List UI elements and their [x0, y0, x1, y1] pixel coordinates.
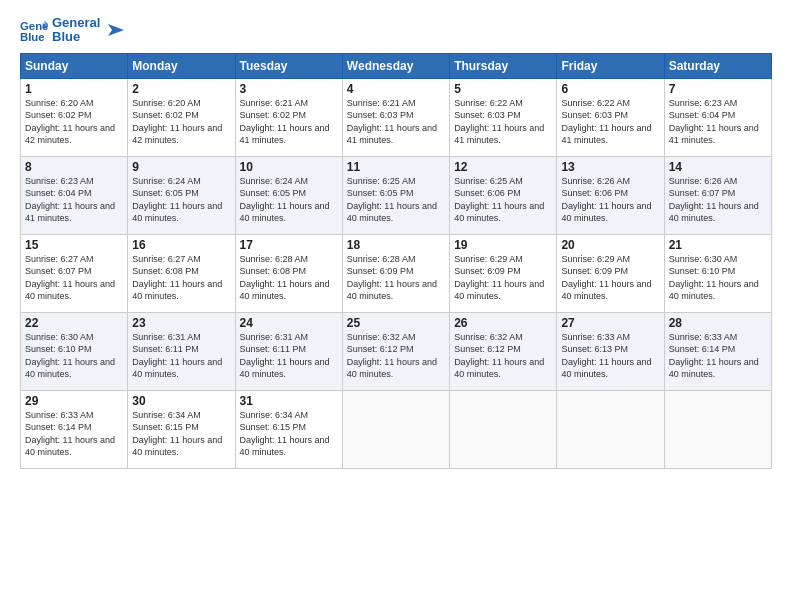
logo: General Blue General Blue: [20, 16, 124, 45]
day-number: 2: [132, 82, 230, 96]
day-number: 7: [669, 82, 767, 96]
calendar-cell: 14 Sunrise: 6:26 AMSunset: 6:07 PMDaylig…: [664, 156, 771, 234]
calendar-cell: 29 Sunrise: 6:33 AMSunset: 6:14 PMDaylig…: [21, 390, 128, 468]
day-info: Sunrise: 6:29 AMSunset: 6:09 PMDaylight:…: [561, 254, 651, 302]
day-info: Sunrise: 6:26 AMSunset: 6:06 PMDaylight:…: [561, 176, 651, 224]
day-info: Sunrise: 6:30 AMSunset: 6:10 PMDaylight:…: [25, 332, 115, 380]
weekday-header: Monday: [128, 53, 235, 78]
day-number: 20: [561, 238, 659, 252]
calendar-week-row: 1 Sunrise: 6:20 AMSunset: 6:02 PMDayligh…: [21, 78, 772, 156]
weekday-header: Wednesday: [342, 53, 449, 78]
calendar-cell: 8 Sunrise: 6:23 AMSunset: 6:04 PMDayligh…: [21, 156, 128, 234]
calendar-cell: [664, 390, 771, 468]
calendar-week-row: 22 Sunrise: 6:30 AMSunset: 6:10 PMDaylig…: [21, 312, 772, 390]
header: General Blue General Blue: [20, 16, 772, 45]
day-number: 12: [454, 160, 552, 174]
calendar-cell: [557, 390, 664, 468]
day-number: 10: [240, 160, 338, 174]
calendar-cell: 20 Sunrise: 6:29 AMSunset: 6:09 PMDaylig…: [557, 234, 664, 312]
calendar-cell: 15 Sunrise: 6:27 AMSunset: 6:07 PMDaylig…: [21, 234, 128, 312]
day-number: 13: [561, 160, 659, 174]
day-info: Sunrise: 6:29 AMSunset: 6:09 PMDaylight:…: [454, 254, 544, 302]
day-number: 31: [240, 394, 338, 408]
calendar-table: SundayMondayTuesdayWednesdayThursdayFrid…: [20, 53, 772, 469]
day-number: 15: [25, 238, 123, 252]
day-info: Sunrise: 6:24 AMSunset: 6:05 PMDaylight:…: [240, 176, 330, 224]
calendar-cell: 31 Sunrise: 6:34 AMSunset: 6:15 PMDaylig…: [235, 390, 342, 468]
day-info: Sunrise: 6:23 AMSunset: 6:04 PMDaylight:…: [25, 176, 115, 224]
day-number: 16: [132, 238, 230, 252]
day-info: Sunrise: 6:22 AMSunset: 6:03 PMDaylight:…: [454, 98, 544, 146]
day-number: 19: [454, 238, 552, 252]
calendar-cell: 22 Sunrise: 6:30 AMSunset: 6:10 PMDaylig…: [21, 312, 128, 390]
calendar-cell: 26 Sunrise: 6:32 AMSunset: 6:12 PMDaylig…: [450, 312, 557, 390]
day-number: 30: [132, 394, 230, 408]
day-info: Sunrise: 6:27 AMSunset: 6:08 PMDaylight:…: [132, 254, 222, 302]
calendar-week-row: 29 Sunrise: 6:33 AMSunset: 6:14 PMDaylig…: [21, 390, 772, 468]
calendar-cell: 1 Sunrise: 6:20 AMSunset: 6:02 PMDayligh…: [21, 78, 128, 156]
calendar-cell: 17 Sunrise: 6:28 AMSunset: 6:08 PMDaylig…: [235, 234, 342, 312]
calendar-cell: 6 Sunrise: 6:22 AMSunset: 6:03 PMDayligh…: [557, 78, 664, 156]
day-info: Sunrise: 6:24 AMSunset: 6:05 PMDaylight:…: [132, 176, 222, 224]
calendar-cell: 18 Sunrise: 6:28 AMSunset: 6:09 PMDaylig…: [342, 234, 449, 312]
logo-arrow-icon: [104, 20, 124, 40]
day-info: Sunrise: 6:20 AMSunset: 6:02 PMDaylight:…: [25, 98, 115, 146]
calendar-cell: 21 Sunrise: 6:30 AMSunset: 6:10 PMDaylig…: [664, 234, 771, 312]
day-number: 3: [240, 82, 338, 96]
calendar-week-row: 15 Sunrise: 6:27 AMSunset: 6:07 PMDaylig…: [21, 234, 772, 312]
day-info: Sunrise: 6:25 AMSunset: 6:06 PMDaylight:…: [454, 176, 544, 224]
calendar-cell: 5 Sunrise: 6:22 AMSunset: 6:03 PMDayligh…: [450, 78, 557, 156]
day-number: 5: [454, 82, 552, 96]
day-info: Sunrise: 6:23 AMSunset: 6:04 PMDaylight:…: [669, 98, 759, 146]
day-number: 29: [25, 394, 123, 408]
day-info: Sunrise: 6:34 AMSunset: 6:15 PMDaylight:…: [132, 410, 222, 458]
calendar-cell: 16 Sunrise: 6:27 AMSunset: 6:08 PMDaylig…: [128, 234, 235, 312]
day-number: 8: [25, 160, 123, 174]
day-info: Sunrise: 6:26 AMSunset: 6:07 PMDaylight:…: [669, 176, 759, 224]
day-number: 1: [25, 82, 123, 96]
day-number: 23: [132, 316, 230, 330]
day-info: Sunrise: 6:20 AMSunset: 6:02 PMDaylight:…: [132, 98, 222, 146]
calendar-cell: 23 Sunrise: 6:31 AMSunset: 6:11 PMDaylig…: [128, 312, 235, 390]
calendar-cell: [450, 390, 557, 468]
day-info: Sunrise: 6:32 AMSunset: 6:12 PMDaylight:…: [347, 332, 437, 380]
day-number: 6: [561, 82, 659, 96]
day-number: 27: [561, 316, 659, 330]
day-number: 21: [669, 238, 767, 252]
calendar-cell: 27 Sunrise: 6:33 AMSunset: 6:13 PMDaylig…: [557, 312, 664, 390]
day-info: Sunrise: 6:28 AMSunset: 6:09 PMDaylight:…: [347, 254, 437, 302]
calendar-cell: 4 Sunrise: 6:21 AMSunset: 6:03 PMDayligh…: [342, 78, 449, 156]
weekday-header: Thursday: [450, 53, 557, 78]
calendar-cell: 10 Sunrise: 6:24 AMSunset: 6:05 PMDaylig…: [235, 156, 342, 234]
calendar-cell: 24 Sunrise: 6:31 AMSunset: 6:11 PMDaylig…: [235, 312, 342, 390]
day-info: Sunrise: 6:33 AMSunset: 6:14 PMDaylight:…: [25, 410, 115, 458]
day-info: Sunrise: 6:31 AMSunset: 6:11 PMDaylight:…: [240, 332, 330, 380]
weekday-header: Tuesday: [235, 53, 342, 78]
day-number: 11: [347, 160, 445, 174]
day-info: Sunrise: 6:34 AMSunset: 6:15 PMDaylight:…: [240, 410, 330, 458]
day-info: Sunrise: 6:33 AMSunset: 6:14 PMDaylight:…: [669, 332, 759, 380]
day-number: 25: [347, 316, 445, 330]
day-info: Sunrise: 6:28 AMSunset: 6:08 PMDaylight:…: [240, 254, 330, 302]
day-number: 26: [454, 316, 552, 330]
weekday-header-row: SundayMondayTuesdayWednesdayThursdayFrid…: [21, 53, 772, 78]
day-number: 28: [669, 316, 767, 330]
day-number: 14: [669, 160, 767, 174]
calendar-cell: 9 Sunrise: 6:24 AMSunset: 6:05 PMDayligh…: [128, 156, 235, 234]
calendar-cell: 19 Sunrise: 6:29 AMSunset: 6:09 PMDaylig…: [450, 234, 557, 312]
day-number: 9: [132, 160, 230, 174]
calendar-cell: 28 Sunrise: 6:33 AMSunset: 6:14 PMDaylig…: [664, 312, 771, 390]
svg-text:Blue: Blue: [20, 31, 45, 43]
calendar-cell: 12 Sunrise: 6:25 AMSunset: 6:06 PMDaylig…: [450, 156, 557, 234]
day-info: Sunrise: 6:21 AMSunset: 6:02 PMDaylight:…: [240, 98, 330, 146]
weekday-header: Sunday: [21, 53, 128, 78]
day-number: 24: [240, 316, 338, 330]
logo-general: General: [52, 16, 100, 30]
day-info: Sunrise: 6:21 AMSunset: 6:03 PMDaylight:…: [347, 98, 437, 146]
day-info: Sunrise: 6:30 AMSunset: 6:10 PMDaylight:…: [669, 254, 759, 302]
day-number: 22: [25, 316, 123, 330]
calendar-cell: 30 Sunrise: 6:34 AMSunset: 6:15 PMDaylig…: [128, 390, 235, 468]
day-info: Sunrise: 6:22 AMSunset: 6:03 PMDaylight:…: [561, 98, 651, 146]
calendar-cell: 2 Sunrise: 6:20 AMSunset: 6:02 PMDayligh…: [128, 78, 235, 156]
calendar-cell: 7 Sunrise: 6:23 AMSunset: 6:04 PMDayligh…: [664, 78, 771, 156]
